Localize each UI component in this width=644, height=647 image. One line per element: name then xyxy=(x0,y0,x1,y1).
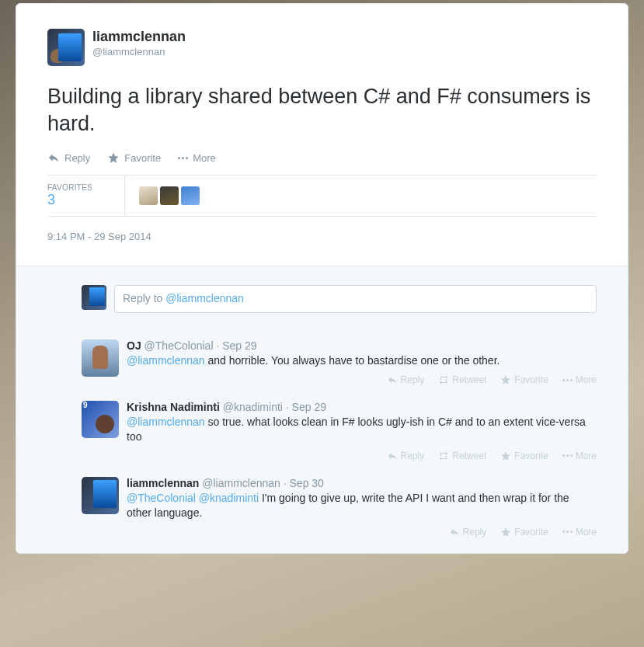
reply-avatar[interactable] xyxy=(82,339,119,377)
reply-item: liammclennan @liammclennan · Sep 30@TheC… xyxy=(47,468,597,544)
more-button[interactable]: More xyxy=(178,151,216,164)
reply-header: Krishna Nadiminti @knadiminti · Sep 29 xyxy=(127,401,597,413)
dots-icon xyxy=(562,530,573,533)
reply-text: @liammclennan and horrible. You always h… xyxy=(127,353,597,368)
reply-name[interactable]: OJ xyxy=(127,339,141,352)
reply-mention[interactable]: @liammclennan xyxy=(127,354,205,367)
reply-mention[interactable]: @liammclennan xyxy=(127,416,205,428)
reply-header: liammclennan @liammclennan · Sep 30 xyxy=(127,477,597,489)
reply-avatar[interactable] xyxy=(82,401,119,438)
reply-text: @liammclennan so true. what looks clean … xyxy=(127,415,597,444)
star-icon xyxy=(500,374,511,385)
reply-handle[interactable]: @liammclennan xyxy=(199,477,280,489)
tweet-card: liammclennan @liammclennan Building a li… xyxy=(16,3,628,554)
reply-name[interactable]: liammclennan xyxy=(127,477,199,489)
reply-action-reply[interactable]: Reply xyxy=(449,527,487,537)
reply-input[interactable]: Reply to @liammclennan xyxy=(114,285,597,313)
reply-text: @TheColonial @knadiminti I'm going to gi… xyxy=(127,491,597,520)
reply-section: Reply to @liammclennan OJ @TheColonial ·… xyxy=(16,266,628,552)
reply-action-more[interactable]: More xyxy=(562,374,597,385)
favoriter-avatar[interactable] xyxy=(139,186,158,205)
reply-body: liammclennan @liammclennan · Sep 30@TheC… xyxy=(127,477,597,537)
reply-mention[interactable]: @TheColonial @knadiminti xyxy=(127,492,259,504)
star-icon xyxy=(500,527,511,537)
reply-action-retweet[interactable]: Retweet xyxy=(438,374,486,385)
reply-action-reply[interactable]: Reply xyxy=(387,450,425,461)
reply-actions: ReplyRetweetFavoriteMore xyxy=(127,444,597,461)
retweet-icon xyxy=(438,374,449,385)
favorite-button[interactable]: Favorite xyxy=(107,151,161,164)
favorites-count: 3 xyxy=(47,192,110,208)
reply-button[interactable]: Reply xyxy=(47,151,90,164)
tweet-timestamp[interactable]: 9:14 PM - 29 Sep 2014 xyxy=(47,217,597,266)
reply-composer: Reply to @liammclennan xyxy=(47,276,597,330)
reply-body: Krishna Nadiminti @knadiminti · Sep 29@l… xyxy=(127,401,597,461)
reply-action-more[interactable]: More xyxy=(562,527,597,537)
user-handle[interactable]: @liammclennan xyxy=(92,46,186,57)
reply-name[interactable]: Krishna Nadiminti xyxy=(127,401,220,413)
reply-icon xyxy=(387,450,398,461)
favoriter-avatar[interactable] xyxy=(160,186,179,205)
reply-action-reply[interactable]: Reply xyxy=(387,374,425,385)
reply-handle[interactable]: @knadiminti xyxy=(220,401,283,413)
favorites-stat[interactable]: FAVORITES 3 xyxy=(47,176,125,216)
reply-action-more[interactable]: More xyxy=(562,450,597,461)
favoriter-avatar[interactable] xyxy=(181,186,200,205)
reply-avatar[interactable] xyxy=(82,477,119,514)
reply-actions: ReplyRetweetFavoriteMore xyxy=(127,368,597,385)
retweet-icon xyxy=(438,450,449,461)
reply-action-favorite[interactable]: Favorite xyxy=(500,374,548,385)
reply-header: OJ @TheColonial · Sep 29 xyxy=(127,339,597,352)
tweet-text: Building a library shared between C# and… xyxy=(47,83,597,137)
star-icon xyxy=(107,151,120,164)
main-tweet: liammclennan @liammclennan Building a li… xyxy=(16,4,628,266)
avatar[interactable] xyxy=(47,29,85,66)
reply-body: OJ @TheColonial · Sep 29@liammclennan an… xyxy=(127,339,597,385)
dots-icon xyxy=(178,157,188,159)
reply-action-favorite[interactable]: Favorite xyxy=(500,450,548,461)
reply-action-retweet[interactable]: Retweet xyxy=(438,450,486,461)
reply-date[interactable]: · Sep 29 xyxy=(283,401,326,413)
reply-handle[interactable]: @TheColonial xyxy=(141,339,214,352)
favorites-label: FAVORITES xyxy=(47,183,110,192)
favoriter-avatars xyxy=(125,186,200,205)
dots-icon xyxy=(562,379,573,381)
reply-date[interactable]: · Sep 30 xyxy=(280,477,324,489)
reply-date[interactable]: · Sep 29 xyxy=(214,339,257,352)
reply-item: OJ @TheColonial · Sep 29@liammclennan an… xyxy=(47,330,597,391)
star-icon xyxy=(500,450,511,461)
reply-icon xyxy=(47,151,60,164)
profile-header[interactable]: liammclennan @liammclennan xyxy=(47,29,597,66)
reply-item: Krishna Nadiminti @knadiminti · Sep 29@l… xyxy=(47,391,597,468)
reply-icon xyxy=(387,374,398,385)
display-name[interactable]: liammclennan xyxy=(92,29,186,46)
stats-bar: FAVORITES 3 xyxy=(47,175,597,217)
tweet-actions: Reply Favorite More xyxy=(47,151,597,175)
dots-icon xyxy=(562,454,573,457)
reply-action-favorite[interactable]: Favorite xyxy=(500,527,548,537)
reply-actions: ReplyRetweetFavoriteMore xyxy=(127,520,597,537)
own-avatar[interactable] xyxy=(82,285,106,310)
reply-icon xyxy=(449,527,460,537)
